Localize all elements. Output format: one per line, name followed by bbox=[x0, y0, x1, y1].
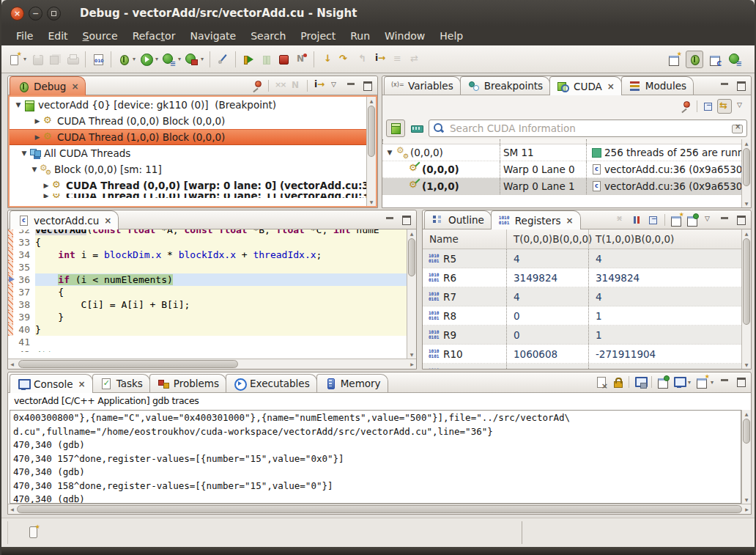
minimize-icon[interactable] bbox=[382, 213, 397, 227]
save-console-icon[interactable] bbox=[633, 375, 648, 389]
menu-edit[interactable]: Edit bbox=[40, 30, 75, 42]
link-with-debug-icon[interactable] bbox=[717, 99, 732, 114]
resume-icon[interactable] bbox=[240, 51, 257, 68]
pin-view-icon[interactable] bbox=[678, 99, 693, 114]
pin-view-icon[interactable] bbox=[250, 78, 264, 93]
editor-vscrollbar[interactable]: ▲ ▼ bbox=[407, 229, 416, 359]
scrollbar-thumb[interactable] bbox=[743, 419, 750, 444]
tab-debug[interactable]: Debug × bbox=[10, 76, 86, 95]
close-icon[interactable]: × bbox=[10, 7, 24, 21]
cuda-table-row[interactable]: ▼(0,0,0)SM 11256 threads of 256 are runn bbox=[382, 144, 741, 161]
memory-filter-button[interactable] bbox=[407, 120, 426, 137]
pin-view-window-icon[interactable] bbox=[685, 213, 700, 227]
console-hscrollbar[interactable]: ◀ ▶ bbox=[8, 504, 751, 514]
tab-tasks[interactable]: Tasks bbox=[92, 374, 150, 392]
cuda-hw-filter-button[interactable] bbox=[386, 120, 405, 137]
coverage-icon[interactable] bbox=[183, 51, 201, 68]
close-icon[interactable]: × bbox=[104, 216, 111, 226]
debug-tree-item[interactable]: ▼Block (0,0,0) [sm: 11] bbox=[10, 161, 376, 177]
clear-console-icon[interactable] bbox=[594, 375, 609, 389]
column-thread1[interactable]: T(1,0,0)B(0,0,0) bbox=[588, 229, 741, 249]
debug-tree-item[interactable]: ▶CUDA Thread (0,0,0) [warp: 0 lane: 0] (… bbox=[10, 177, 376, 194]
collapse-all-icon[interactable] bbox=[701, 99, 716, 114]
column-thread0[interactable]: T(0,0,0)B(0,0,0) bbox=[506, 229, 588, 249]
cuda-table-row[interactable]: (1,0,0)Warp 0 Lane 1vectorAdd.cu:36 (0x9… bbox=[382, 178, 741, 195]
editor-hscrollbar[interactable]: ◀ ▶ bbox=[8, 359, 416, 369]
tab-variables[interactable]: Variables bbox=[384, 76, 461, 95]
open-perspective-icon[interactable] bbox=[665, 51, 683, 68]
clear-search-icon[interactable] bbox=[730, 122, 744, 135]
expander-icon[interactable]: ▼ bbox=[30, 166, 39, 173]
profile-perspective-icon[interactable] bbox=[727, 51, 744, 68]
scroll-down-icon[interactable]: ▼ bbox=[742, 199, 751, 207]
code-line[interactable]: 34 int i = blockDim.x * blockIdx.x + thr… bbox=[8, 249, 407, 261]
open-console-icon[interactable] bbox=[694, 375, 709, 389]
menu-project[interactable]: Project bbox=[293, 30, 343, 42]
instruction-stepping-mode-icon[interactable] bbox=[311, 78, 326, 93]
scroll-right-icon[interactable]: ▶ bbox=[743, 504, 751, 514]
profile-dropdown-icon[interactable]: ▾ bbox=[178, 56, 181, 62]
restore-trim-icon[interactable] bbox=[26, 526, 40, 539]
step-into-icon[interactable] bbox=[318, 51, 336, 68]
new-wizard-dropdown-icon[interactable]: ▾ bbox=[23, 56, 26, 62]
scroll-up-icon[interactable]: ▲ bbox=[742, 139, 751, 147]
code-editor[interactable]: 32vectorAdd(const float *A, const float … bbox=[8, 229, 407, 359]
code-line[interactable]: 40} bbox=[8, 323, 407, 336]
view-menu-icon[interactable] bbox=[733, 99, 748, 114]
tab-vectoradd-cu[interactable]: vectorAdd.cu × bbox=[10, 210, 119, 229]
code-line[interactable]: 35 bbox=[8, 261, 407, 273]
menu-window[interactable]: Window bbox=[377, 30, 432, 42]
toggle-columns-icon[interactable] bbox=[630, 213, 645, 227]
code-line[interactable]: 41 bbox=[8, 336, 407, 348]
scroll-up-icon[interactable]: ▲ bbox=[742, 229, 751, 238]
debug-tree-item[interactable]: ▶CUDA Thread (0,0,0) Block (0,0,0) bbox=[10, 113, 376, 129]
profile-icon[interactable] bbox=[160, 51, 178, 68]
coverage-dropdown-icon[interactable]: ▾ bbox=[201, 56, 204, 62]
menu-run[interactable]: Run bbox=[343, 30, 377, 42]
code-line[interactable]: 36 if (i < numElements) bbox=[8, 273, 407, 286]
menu-source[interactable]: Source bbox=[75, 30, 125, 42]
code-line[interactable]: 33{ bbox=[8, 236, 407, 249]
skip-all-breakpoints-icon[interactable] bbox=[214, 51, 231, 68]
close-icon[interactable]: × bbox=[78, 379, 86, 389]
expander-icon[interactable]: ▶ bbox=[42, 182, 51, 189]
tab-executables[interactable]: Executables bbox=[226, 374, 317, 392]
maximize-icon[interactable] bbox=[733, 375, 748, 389]
maximize-icon[interactable] bbox=[399, 213, 413, 227]
view-menu-icon[interactable] bbox=[327, 78, 342, 93]
open-console-dropdown-icon[interactable]: ▾ bbox=[711, 379, 714, 386]
code-line[interactable]: 37 { bbox=[8, 286, 407, 298]
display-console-icon[interactable] bbox=[672, 375, 686, 389]
scroll-up-icon[interactable]: ▲ bbox=[407, 229, 416, 238]
code-line[interactable]: 38 C[i] = A[i] + B[i]; bbox=[8, 298, 407, 311]
register-row[interactable]: R544 bbox=[423, 249, 741, 268]
expander-icon[interactable]: ▶ bbox=[33, 117, 42, 125]
expander-icon[interactable]: ▼ bbox=[14, 101, 23, 109]
debug-perspective-icon[interactable] bbox=[686, 51, 703, 68]
minimize-icon[interactable] bbox=[344, 78, 358, 93]
scrollbar-thumb[interactable] bbox=[17, 505, 742, 513]
code-line[interactable]: 42/** bbox=[8, 348, 407, 352]
scroll-down-icon[interactable]: ▼ bbox=[407, 350, 416, 359]
terminate-icon[interactable] bbox=[275, 51, 292, 68]
expander-icon[interactable]: ▶ bbox=[33, 133, 42, 141]
code-line[interactable]: 39 } bbox=[8, 311, 407, 323]
view-menu-icon[interactable] bbox=[701, 213, 716, 227]
scroll-left-icon[interactable]: ◀ bbox=[8, 504, 16, 514]
register-row[interactable]: R901 bbox=[423, 326, 741, 345]
code-line[interactable]: 32vectorAdd(const float *A, const float … bbox=[8, 229, 407, 236]
tab-console[interactable]: Console × bbox=[10, 374, 93, 393]
maximize-icon[interactable] bbox=[733, 78, 748, 93]
close-icon[interactable]: × bbox=[566, 216, 573, 226]
scroll-down-icon[interactable]: ▼ bbox=[367, 198, 376, 206]
console-vscrollbar[interactable]: ▲ ▼ bbox=[741, 410, 751, 504]
menu-navigate[interactable]: Navigate bbox=[182, 30, 243, 42]
scroll-lock-icon[interactable] bbox=[610, 375, 625, 389]
register-row[interactable]: R631498243149824 bbox=[423, 268, 741, 287]
tab-modules[interactable]: Modules bbox=[621, 76, 694, 95]
debug-tree-item[interactable]: ▼All CUDA Threads bbox=[10, 145, 376, 161]
tab-memory[interactable]: Memory bbox=[316, 374, 388, 392]
scroll-right-icon[interactable]: ▶ bbox=[408, 359, 416, 369]
minimize-icon[interactable] bbox=[717, 213, 732, 227]
step-over-icon[interactable] bbox=[336, 51, 353, 68]
